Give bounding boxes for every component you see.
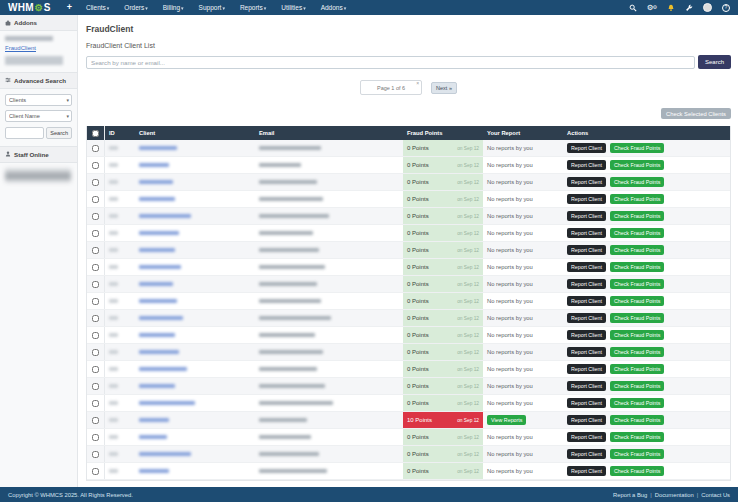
client-name-link-redacted[interactable] bbox=[139, 163, 169, 168]
check-selected-clients-button[interactable]: Check Selected Clients bbox=[661, 108, 731, 119]
footer-link-contact-us[interactable]: Contact Us bbox=[701, 492, 730, 498]
report-client-button[interactable]: Report Client bbox=[567, 143, 606, 154]
row-checkbox[interactable] bbox=[92, 315, 99, 322]
next-page-button[interactable]: Next » bbox=[431, 82, 457, 94]
check-fraud-points-button[interactable]: Check Fraud Points bbox=[610, 347, 665, 358]
addon-link-redacted[interactable] bbox=[5, 36, 53, 41]
check-fraud-points-button[interactable]: Check Fraud Points bbox=[610, 143, 665, 154]
nav-item-support[interactable]: Support▾ bbox=[199, 4, 225, 11]
row-checkbox[interactable] bbox=[92, 298, 99, 305]
nav-item-addons[interactable]: Addons▾ bbox=[321, 4, 347, 11]
check-fraud-points-button[interactable]: Check Fraud Points bbox=[610, 194, 665, 205]
client-name-link-redacted[interactable] bbox=[139, 265, 181, 270]
check-fraud-points-button[interactable]: Check Fraud Points bbox=[610, 211, 665, 222]
row-checkbox[interactable] bbox=[92, 196, 99, 203]
whmcs-logo[interactable]: WHM⚙S bbox=[8, 3, 51, 13]
row-checkbox[interactable] bbox=[92, 281, 99, 288]
check-fraud-points-button[interactable]: Check Fraud Points bbox=[610, 160, 665, 171]
report-client-button[interactable]: Report Client bbox=[567, 296, 606, 307]
nav-item-clients[interactable]: Clients▾ bbox=[86, 4, 109, 11]
search-field-select[interactable]: Client Name bbox=[5, 110, 72, 122]
report-client-button[interactable]: Report Client bbox=[567, 245, 606, 256]
nav-item-utilities[interactable]: Utilities▾ bbox=[281, 4, 305, 11]
nav-item-orders[interactable]: Orders▾ bbox=[124, 4, 147, 11]
client-name-link-redacted[interactable] bbox=[139, 299, 177, 304]
client-name-link-redacted[interactable] bbox=[139, 418, 169, 423]
check-fraud-points-button[interactable]: Check Fraud Points bbox=[610, 449, 665, 460]
check-fraud-points-button[interactable]: Check Fraud Points bbox=[610, 177, 665, 188]
row-checkbox[interactable] bbox=[92, 417, 99, 424]
row-checkbox[interactable] bbox=[92, 349, 99, 356]
check-fraud-points-button[interactable]: Check Fraud Points bbox=[610, 228, 665, 239]
user-avatar[interactable] bbox=[703, 3, 712, 12]
report-client-button[interactable]: Report Client bbox=[567, 279, 606, 290]
report-client-button[interactable]: Report Client bbox=[567, 398, 606, 409]
search-icon[interactable] bbox=[629, 4, 637, 12]
report-client-button[interactable]: Report Client bbox=[567, 313, 606, 324]
wrench-icon[interactable] bbox=[685, 4, 693, 12]
row-checkbox[interactable] bbox=[92, 468, 99, 475]
notification-icon[interactable] bbox=[667, 4, 675, 12]
client-name-link-redacted[interactable] bbox=[139, 435, 167, 440]
row-checkbox[interactable] bbox=[92, 162, 99, 169]
report-client-button[interactable]: Report Client bbox=[567, 160, 606, 171]
report-client-button[interactable]: Report Client bbox=[567, 177, 606, 188]
client-name-link-redacted[interactable] bbox=[139, 367, 187, 372]
report-client-button[interactable]: Report Client bbox=[567, 432, 606, 443]
check-fraud-points-button[interactable]: Check Fraud Points bbox=[610, 432, 665, 443]
clear-icon[interactable]: × bbox=[416, 80, 419, 86]
report-client-button[interactable]: Report Client bbox=[567, 330, 606, 341]
help-icon[interactable]: ? bbox=[722, 4, 730, 12]
client-search-input[interactable] bbox=[86, 56, 695, 69]
report-client-button[interactable]: Report Client bbox=[567, 228, 606, 239]
check-fraud-points-button[interactable]: Check Fraud Points bbox=[610, 245, 665, 256]
cogs-icon[interactable]: ⚙⚙ bbox=[647, 4, 657, 12]
check-fraud-points-button[interactable]: Check Fraud Points bbox=[610, 313, 665, 324]
client-name-link-redacted[interactable] bbox=[139, 197, 175, 202]
row-checkbox[interactable] bbox=[92, 230, 99, 237]
check-fraud-points-button[interactable]: Check Fraud Points bbox=[610, 330, 665, 341]
report-client-button[interactable]: Report Client bbox=[567, 194, 606, 205]
sidebar-link-fraudclient[interactable]: FraudClient bbox=[5, 45, 36, 51]
report-client-button[interactable]: Report Client bbox=[567, 347, 606, 358]
select-all-checkbox[interactable] bbox=[92, 130, 99, 137]
row-checkbox[interactable] bbox=[92, 179, 99, 186]
client-name-link-redacted[interactable] bbox=[139, 180, 173, 185]
check-fraud-points-button[interactable]: Check Fraud Points bbox=[610, 466, 665, 477]
check-fraud-points-button[interactable]: Check Fraud Points bbox=[610, 415, 665, 426]
check-fraud-points-button[interactable]: Check Fraud Points bbox=[610, 262, 665, 273]
view-reports-button[interactable]: View Reports bbox=[487, 415, 526, 426]
check-fraud-points-button[interactable]: Check Fraud Points bbox=[610, 364, 665, 375]
check-fraud-points-button[interactable]: Check Fraud Points bbox=[610, 296, 665, 307]
report-client-button[interactable]: Report Client bbox=[567, 364, 606, 375]
row-checkbox[interactable] bbox=[92, 383, 99, 390]
row-checkbox[interactable] bbox=[92, 145, 99, 152]
row-checkbox[interactable] bbox=[92, 451, 99, 458]
quick-add-icon[interactable]: + bbox=[67, 3, 72, 12]
report-client-button[interactable]: Report Client bbox=[567, 466, 606, 477]
client-name-link-redacted[interactable] bbox=[139, 214, 191, 219]
search-category-select[interactable]: Clients bbox=[5, 94, 72, 106]
nav-item-reports[interactable]: Reports▾ bbox=[240, 4, 266, 11]
report-client-button[interactable]: Report Client bbox=[567, 415, 606, 426]
row-checkbox[interactable] bbox=[92, 264, 99, 271]
client-name-link-redacted[interactable] bbox=[139, 333, 175, 338]
client-name-link-redacted[interactable] bbox=[139, 469, 169, 474]
row-checkbox[interactable] bbox=[92, 213, 99, 220]
row-checkbox[interactable] bbox=[92, 332, 99, 339]
nav-item-billing[interactable]: Billing▾ bbox=[163, 4, 184, 11]
report-client-button[interactable]: Report Client bbox=[567, 211, 606, 222]
client-name-link-redacted[interactable] bbox=[139, 350, 179, 355]
client-name-link-redacted[interactable] bbox=[139, 316, 183, 321]
client-name-link-redacted[interactable] bbox=[139, 384, 175, 389]
report-client-button[interactable]: Report Client bbox=[567, 262, 606, 273]
client-name-link-redacted[interactable] bbox=[139, 452, 191, 457]
row-checkbox[interactable] bbox=[92, 247, 99, 254]
client-name-link-redacted[interactable] bbox=[139, 248, 175, 253]
check-fraud-points-button[interactable]: Check Fraud Points bbox=[610, 279, 665, 290]
sidebar-search-input[interactable] bbox=[5, 127, 44, 139]
client-name-link-redacted[interactable] bbox=[139, 401, 195, 406]
footer-link-report-a-bug[interactable]: Report a Bug bbox=[613, 492, 647, 498]
client-name-link-redacted[interactable] bbox=[139, 146, 177, 151]
client-search-button[interactable]: Search bbox=[698, 55, 731, 69]
